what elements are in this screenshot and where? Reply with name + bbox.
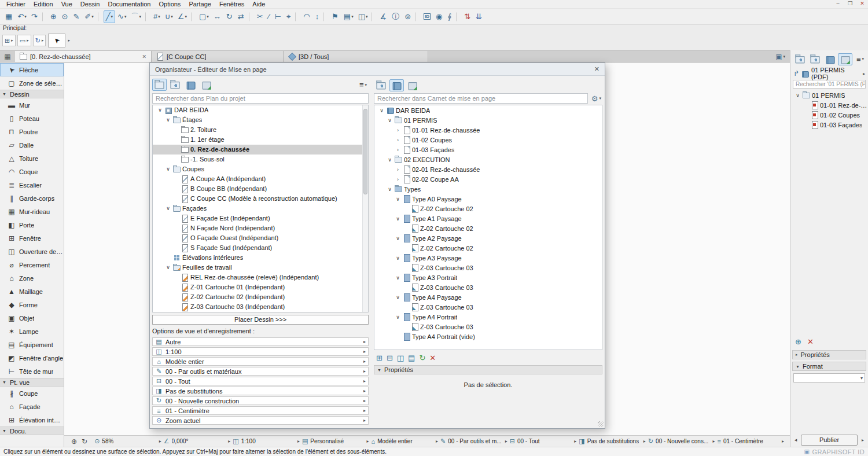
expander-icon[interactable]: ›: [395, 127, 401, 133]
tree-item[interactable]: Élévations intérieures: [153, 253, 368, 263]
attach-icon[interactable]: ∮: [445, 10, 454, 23]
selection-style-widget[interactable]: ⊞ ▸: [2, 35, 16, 46]
pan-icon[interactable]: ⊕: [69, 437, 79, 446]
zoom-icon[interactable]: ⊙: [60, 10, 71, 23]
status-segment[interactable]: ↻ 00 - Nouvelle cons...: [647, 437, 716, 445]
arrow-tool-button[interactable]: ➤: [48, 34, 65, 47]
toolbox-tool[interactable]: ▱ Dalle: [0, 138, 64, 152]
camera-icon[interactable]: ◉: [433, 10, 445, 23]
expander-icon[interactable]: ∨: [395, 255, 401, 261]
expander-icon[interactable]: ∨: [165, 205, 171, 211]
update-icon[interactable]: ↻: [419, 354, 425, 362]
toolbar-icon[interactable]: [249, 12, 253, 21]
toolbox-tool[interactable]: ▢ Zone de sélection: [0, 76, 64, 90]
collapse-panel-icon[interactable]: ◂: [792, 437, 799, 443]
tree-item[interactable]: ∨ Type A4 Portrait: [374, 312, 602, 322]
tree-item[interactable]: A Coupe AA (Indépendant): [153, 174, 368, 184]
expander-icon[interactable]: ∨: [795, 93, 801, 98]
toolbar-icon[interactable]: [415, 12, 420, 21]
menubar-item[interactable]: Documentation: [104, 0, 155, 8]
tree-item[interactable]: ∨ Coupes: [153, 164, 368, 174]
expander-icon[interactable]: ∨: [395, 314, 401, 320]
expander-icon[interactable]: ›: [395, 167, 401, 172]
status-segment[interactable]: ✎ 00 - Par outils et m...: [439, 437, 509, 445]
tree-item[interactable]: Z-02 Cartouche 02 (Indépendant): [153, 292, 368, 302]
tree-item[interactable]: Type A4 Portrait (vide): [374, 332, 602, 341]
format-header[interactable]: ▼ Format: [792, 362, 866, 371]
toolbox-tool[interactable]: △ Toiture: [0, 152, 64, 165]
expander-icon[interactable]: ∨: [165, 264, 171, 270]
expander-icon[interactable]: ∨: [395, 216, 401, 222]
expander-icon[interactable]: ∨: [157, 107, 163, 113]
scrollbar-thumb[interactable]: [363, 109, 367, 194]
new-master-layout-icon[interactable]: ◫: [397, 354, 404, 362]
toolbox-tool[interactable]: ▯ Poteau: [0, 112, 64, 125]
tree-item[interactable]: ∨ Feuilles de travail: [153, 263, 368, 273]
info-icon[interactable]: ⓘ: [389, 10, 402, 23]
toolbar-icon[interactable]: [191, 12, 195, 21]
toolbox-tool[interactable]: ⊞ Fenêtre: [0, 231, 64, 245]
adjust-icon[interactable]: ⊢: [273, 10, 284, 23]
tree-item[interactable]: C Coupe CC (Modèle à reconstruction auto…: [153, 194, 368, 204]
expander-icon[interactable]: ∨: [165, 117, 171, 123]
delete-icon[interactable]: ✕: [429, 354, 436, 362]
expander-icon[interactable]: ∨: [395, 275, 401, 281]
status-segment[interactable]: ⌂ Modèle entier: [370, 437, 440, 445]
snap-points-icon[interactable]: ∪ ▾: [163, 10, 175, 23]
toolbox-tool[interactable]: ➤ Flèche: [0, 63, 64, 76]
properties-header[interactable]: ▼ Propriétés: [374, 365, 602, 374]
toolbox-tool[interactable]: ◩ Fenêtre d'angle: [0, 351, 64, 365]
dialog-titlebar[interactable]: Organisateur - Éditeur de Mise en page ✕: [150, 63, 605, 76]
pan-icon[interactable]: ⊕: [48, 10, 60, 23]
navigator-menu-icon[interactable]: ≡ ▾: [855, 55, 866, 64]
view-option-row[interactable]: ≡ 01 - Centimètre: [152, 406, 369, 415]
guide-lines-icon[interactable]: ∠ ▾: [175, 10, 189, 23]
redo-icon[interactable]: ↷: [29, 10, 41, 23]
toolbox-tool[interactable]: ⊞ Élévation intérieure: [0, 413, 64, 426]
tree-item[interactable]: S Façade Sud (Indépendant): [153, 243, 368, 253]
tab[interactable]: [C Coup​e CC]: [152, 51, 284, 62]
import-layout-icon[interactable]: ▤: [408, 354, 415, 362]
toolbox-tool[interactable]: ◧ Porte: [0, 218, 64, 231]
layers-icon[interactable]: ▤ ▾: [341, 10, 356, 23]
rotate-icon[interactable]: ↻: [224, 10, 236, 23]
menubar-item[interactable]: Fenêtres: [215, 0, 248, 8]
publisher-set-row[interactable]: ↱ 01 PERMIS (PDF) ▸: [790, 68, 868, 79]
expander-icon[interactable]: ›: [395, 137, 401, 143]
project-map-button[interactable]: [152, 79, 167, 91]
toolbox-tool[interactable]: ▲ Maillage: [0, 285, 64, 298]
tree-item[interactable]: O Façade Ouest (Indépendant): [153, 233, 368, 243]
toolbar-icon[interactable]: [42, 12, 46, 21]
toolbox-tool[interactable]: ⌂ Façade: [0, 400, 64, 413]
status-segment[interactable]: ∠ 0,000°: [163, 437, 232, 445]
measure-icon[interactable]: ∡: [377, 10, 389, 23]
publisher-sets-button[interactable]: [405, 79, 420, 91]
split-icon[interactable]: ∕: [266, 10, 273, 23]
toolbox-tool[interactable]: ≣ Escalier: [0, 178, 64, 192]
tree-item[interactable]: ∨ DAR BEIDA: [374, 105, 602, 115]
maximize-icon[interactable]: ❒: [847, 1, 854, 6]
layout-book-search-input[interactable]: [374, 93, 588, 104]
undo-icon[interactable]: ↶ ▾: [15, 10, 28, 23]
status-segment[interactable]: ≡ 01 - Centimètre: [716, 437, 785, 445]
tree-item[interactable]: ∨ 01 PERMIS: [790, 90, 868, 100]
pickup-parameters-icon[interactable]: ✎: [71, 10, 82, 23]
project-map-button[interactable]: [808, 53, 822, 65]
tree-item[interactable]: 2. Toiture: [153, 125, 368, 135]
status-segment[interactable]: ⊙ 58%: [93, 437, 163, 445]
tree-item[interactable]: › 01-02 Coupes: [374, 135, 602, 145]
toolbox-tool[interactable]: ⌂ Zone: [0, 271, 64, 285]
tree-item[interactable]: E Façade Est (Indépendant): [153, 214, 368, 223]
tree-item[interactable]: ∨ Type A2 Paysage: [374, 233, 602, 243]
expander-icon[interactable]: ∨: [165, 166, 171, 172]
tree-item[interactable]: ∨ Étages: [153, 115, 368, 125]
layout-book-button[interactable]: [823, 53, 837, 65]
teamwork-send-icon[interactable]: ⇅: [462, 10, 473, 23]
toolbox-tool[interactable]: ▤ Équipement: [0, 338, 64, 351]
tree-item[interactable]: B Coupe BB (Indépendant): [153, 184, 368, 194]
toolbar-icon[interactable]: [323, 12, 328, 21]
intersect-icon[interactable]: ⌖: [284, 10, 293, 23]
minimize-icon[interactable]: –: [834, 1, 841, 6]
tree-item[interactable]: Z-03 Cartouche 03: [374, 302, 602, 312]
toolbox-tool[interactable]: ▬ Mur: [0, 98, 64, 112]
